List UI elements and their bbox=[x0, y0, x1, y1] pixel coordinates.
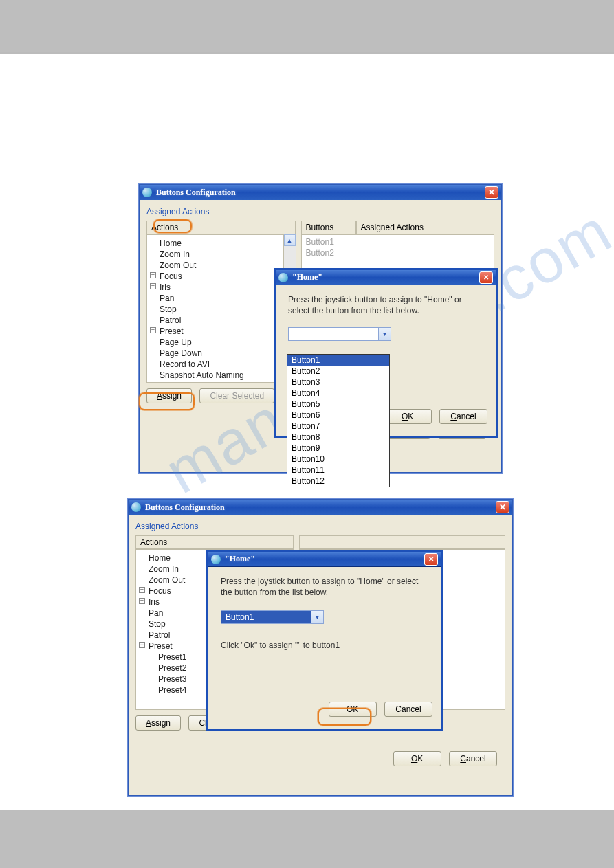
button-combo[interactable]: ▼ bbox=[288, 327, 391, 341]
combo-value bbox=[289, 328, 378, 340]
titlebar[interactable]: Buttons Configuration ✕ bbox=[140, 185, 501, 200]
tree-item[interactable]: Zoom Out bbox=[147, 260, 283, 271]
window-gem-icon bbox=[211, 555, 221, 564]
tree-item[interactable]: +Iris bbox=[147, 282, 283, 293]
ok-button[interactable]: OK bbox=[329, 702, 377, 717]
expand-icon[interactable]: + bbox=[150, 272, 156, 278]
modal-title: "Home" bbox=[225, 554, 424, 564]
tree-item[interactable]: Page Down bbox=[147, 348, 283, 359]
home-assign-modal-1: "Home" ✕ Press the joystick button to as… bbox=[274, 268, 498, 438]
list-item[interactable]: Button1 bbox=[302, 236, 494, 247]
window-gem-icon bbox=[278, 273, 288, 282]
combo-item[interactable]: Button1 bbox=[287, 355, 389, 366]
combo-item[interactable]: Button5 bbox=[287, 399, 389, 410]
home-assign-modal-2: "Home" ✕ Press the joystick button to as… bbox=[206, 550, 443, 731]
group-label: Assigned Actions bbox=[135, 522, 505, 531]
close-icon[interactable]: ✕ bbox=[496, 501, 509, 513]
tree-item[interactable]: +Preset bbox=[147, 326, 283, 337]
actions-tree[interactable]: Home Zoom In Zoom Out +Focus +Iris Pan S… bbox=[146, 234, 284, 383]
modal-prompt: Press the joystick button to assign to "… bbox=[288, 295, 483, 316]
expand-icon[interactable]: + bbox=[150, 283, 156, 289]
ok-button[interactable]: OK bbox=[393, 751, 441, 766]
close-icon[interactable]: ✕ bbox=[479, 271, 493, 284]
window-gem-icon bbox=[131, 502, 141, 512]
window-gem-icon bbox=[142, 188, 152, 197]
confirm-message: Click "Ok" to assign "" to button1 bbox=[221, 641, 428, 652]
tree-label: Focus bbox=[160, 271, 182, 281]
window-title: Buttons Configuration bbox=[145, 502, 496, 513]
combo-item[interactable]: Button12 bbox=[287, 476, 389, 487]
tree-item-home[interactable]: Home bbox=[147, 238, 283, 249]
clear-selected-button[interactable]: Clear Selected bbox=[199, 388, 274, 403]
expand-icon[interactable]: + bbox=[139, 587, 145, 593]
combo-dropdown[interactable]: Button1 Button2 Button3 Button4 Button5 … bbox=[287, 354, 390, 487]
tree-label: Focus bbox=[149, 586, 171, 596]
tree-label: Iris bbox=[160, 282, 171, 292]
tree-item[interactable]: +Focus bbox=[147, 271, 283, 282]
tree-item[interactable]: Zoom In bbox=[147, 249, 283, 260]
titlebar[interactable]: Buttons Configuration ✕ bbox=[129, 500, 512, 515]
collapse-icon[interactable]: − bbox=[139, 642, 145, 648]
combo-value: Button1 bbox=[221, 611, 311, 623]
page-footer-bar bbox=[0, 810, 614, 868]
page-header-bar bbox=[0, 0, 614, 54]
tree-label: Preset bbox=[160, 326, 184, 336]
tree-item[interactable]: Pan bbox=[147, 293, 283, 304]
tree-label: Preset bbox=[149, 641, 173, 651]
ok-button[interactable]: OK bbox=[384, 409, 432, 424]
cancel-button[interactable]: Cancel bbox=[449, 751, 497, 766]
right-header bbox=[299, 535, 505, 549]
combo-item[interactable]: Button9 bbox=[287, 443, 389, 454]
window-title: Buttons Configuration bbox=[156, 188, 485, 198]
tree-item[interactable]: Stop bbox=[147, 304, 283, 315]
assign-button[interactable]: Assign bbox=[135, 715, 181, 731]
list-item[interactable]: Button2 bbox=[302, 247, 494, 258]
tree-item[interactable]: Patrol bbox=[147, 315, 283, 326]
expand-icon[interactable]: + bbox=[139, 598, 145, 604]
combo-item[interactable]: Button4 bbox=[287, 388, 389, 399]
tree-label: Iris bbox=[149, 597, 160, 607]
combo-item[interactable]: Button6 bbox=[287, 410, 389, 421]
assign-button[interactable]: Assign bbox=[146, 388, 192, 403]
modal-prompt: Press the joystick button to assign to "… bbox=[221, 577, 428, 598]
buttons-header: Buttons bbox=[301, 221, 356, 234]
assign-label: ssign bbox=[162, 391, 182, 401]
combo-item[interactable]: Button3 bbox=[287, 377, 389, 388]
button-combo[interactable]: Button1 ▼ bbox=[221, 610, 324, 624]
modal-title: "Home" bbox=[292, 272, 479, 282]
close-icon[interactable]: ✕ bbox=[424, 553, 438, 566]
titlebar[interactable]: "Home" ✕ bbox=[276, 270, 496, 285]
group-label: Assigned Actions bbox=[146, 207, 494, 216]
expand-icon[interactable]: + bbox=[150, 327, 156, 333]
tree-item[interactable]: Record to AVI bbox=[147, 359, 283, 370]
close-icon[interactable]: ✕ bbox=[485, 186, 498, 199]
combo-item[interactable]: Button11 bbox=[287, 465, 389, 476]
actions-header: Actions bbox=[146, 221, 296, 234]
combo-item[interactable]: Button7 bbox=[287, 421, 389, 432]
chevron-down-icon[interactable]: ▼ bbox=[378, 328, 391, 340]
actions-header: Actions bbox=[135, 535, 294, 549]
titlebar[interactable]: "Home" ✕ bbox=[208, 552, 441, 567]
scroll-up-icon[interactable]: ▲ bbox=[284, 234, 296, 246]
combo-item[interactable]: Button10 bbox=[287, 454, 389, 465]
combo-item[interactable]: Button8 bbox=[287, 432, 389, 443]
assigned-actions-header: Assigned Actions bbox=[356, 221, 494, 234]
chevron-down-icon[interactable]: ▼ bbox=[311, 611, 323, 623]
cancel-button[interactable]: Cancel bbox=[439, 409, 487, 424]
tree-item[interactable]: Snapshot Auto Naming bbox=[147, 370, 283, 381]
cancel-button[interactable]: Cancel bbox=[384, 702, 432, 717]
combo-item[interactable]: Button2 bbox=[287, 366, 389, 377]
tree-item[interactable]: Page Up bbox=[147, 337, 283, 348]
